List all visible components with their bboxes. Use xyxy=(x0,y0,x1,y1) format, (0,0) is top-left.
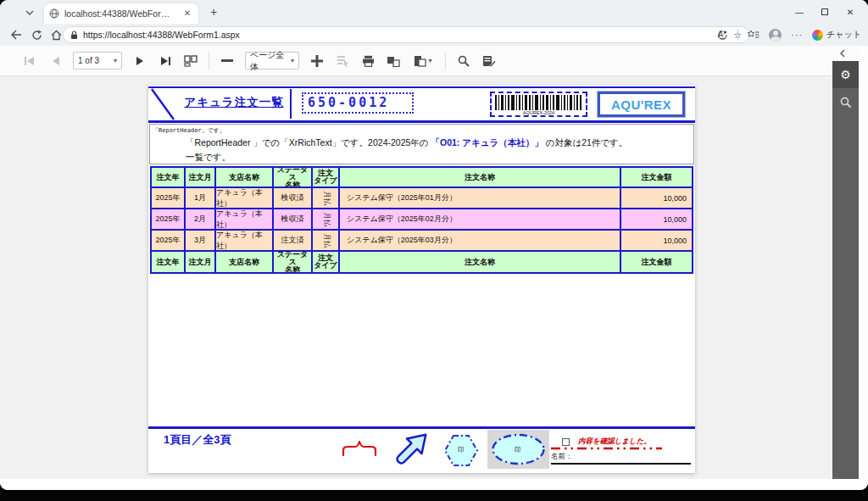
more-options-icon[interactable]: ··· xyxy=(791,30,803,40)
browser-actions: ··· チャット xyxy=(717,26,861,43)
richtext-highlight: 「O01: アキュラ（本社）」 xyxy=(431,137,543,148)
header-cell: 注文名称 xyxy=(340,168,621,186)
globe-icon xyxy=(49,8,59,19)
collections-icon[interactable] xyxy=(748,30,760,40)
cell-type: 月払 xyxy=(313,209,340,229)
next-page-icon[interactable] xyxy=(130,51,150,71)
new-tab-button[interactable]: + xyxy=(207,5,220,19)
richtext-line2: 「ReportHeader 」での「XrRichText」です。2024-202… xyxy=(186,137,627,149)
header-cell: 注文金額 xyxy=(621,168,692,186)
report-title: アキュラ注文一覧 xyxy=(175,95,292,110)
close-button[interactable]: ✕ xyxy=(837,3,863,20)
zoom-selector[interactable]: ページ全体▾ xyxy=(245,52,299,70)
header-cell: 注文月 xyxy=(186,252,216,272)
edit-document-icon[interactable] xyxy=(479,51,499,71)
header-cell: 注文月 xyxy=(186,168,216,186)
window-controls: — ✕ xyxy=(787,3,863,20)
cell-status: 注文済 xyxy=(274,231,313,250)
logo-text: AQU'REX xyxy=(611,97,671,112)
back-icon[interactable] xyxy=(8,27,24,42)
copilot-button[interactable]: チャット xyxy=(812,29,861,41)
cell-year: 2025年 xyxy=(152,209,186,229)
cell-name: システム保守（2025年01月分） xyxy=(340,188,621,208)
header-cell: 注文年 xyxy=(152,168,186,186)
arrow-shape xyxy=(392,430,431,469)
company-logo: AQU'REX xyxy=(598,92,685,117)
cell-year: 2025年 xyxy=(152,231,186,250)
richtext-line3: 一覧です。 xyxy=(186,152,231,164)
window-bottom xyxy=(0,479,868,490)
settings-tab[interactable]: ⚙ xyxy=(832,61,859,88)
cell-name: システム保守（2025年03月分） xyxy=(340,231,621,250)
first-page-icon[interactable] xyxy=(19,51,40,71)
page-scrollbar[interactable] xyxy=(859,46,868,479)
report-page: アキュラ注文一覧 650-0012 AQUREX-2024 AQU'REX 「R… xyxy=(148,85,695,473)
url-text: https://localhost:44388/WebForm1.aspx xyxy=(83,30,717,40)
search-icon[interactable] xyxy=(453,51,474,71)
profile-avatar[interactable] xyxy=(769,29,782,42)
highlight-fields-icon[interactable] xyxy=(332,51,353,71)
table-row: 2025年 2月 アキュラ（本社） 検収済 月払 システム保守（2025年02月… xyxy=(152,209,692,231)
tab-title: localhost:44388/WebForm1.aspx xyxy=(64,8,176,19)
footer-rule xyxy=(148,426,695,429)
zoom-in-icon[interactable] xyxy=(307,51,327,71)
cell-name: システム保守（2025年02月分） xyxy=(340,209,621,229)
cell-month: 3月 xyxy=(186,231,216,250)
tab-search-chevron-icon[interactable] xyxy=(22,6,37,19)
address-bar[interactable]: https://localhost:44388/WebForm1.aspx A)… xyxy=(63,26,749,43)
viewer-side-panel: ⚙ xyxy=(832,61,859,479)
cell-month: 2月 xyxy=(186,209,216,229)
confirm-text: 内容を確認しました。 xyxy=(578,437,651,447)
gear-icon: ⚙ xyxy=(840,68,851,81)
confirm-checkbox[interactable] xyxy=(562,438,570,446)
tab-close-icon[interactable]: ✕ xyxy=(181,8,193,19)
cell-status: 検収済 xyxy=(274,188,313,208)
richtext-block: 「ReportHeader」です。 「ReportHeader 」での「XrRi… xyxy=(149,124,694,164)
order-table: 注文年 注文月 支店名称 ステータス 名称 注文 タイプ 注文名称 注文金額 2… xyxy=(150,166,693,274)
export-dropdown-icon[interactable]: ▾ xyxy=(409,51,437,71)
print-icon[interactable] xyxy=(358,51,378,71)
copilot-icon xyxy=(812,30,823,41)
cell-month: 1月 xyxy=(186,188,216,208)
header-cell: 注文年 xyxy=(152,252,186,272)
minimize-button[interactable]: — xyxy=(787,3,812,20)
browser-tab[interactable]: localhost:44388/WebForm1.aspx ✕ xyxy=(44,3,198,24)
cell-status: 検収済 xyxy=(274,209,313,229)
home-icon[interactable] xyxy=(48,27,64,42)
diagonal-line xyxy=(151,88,175,120)
print-page-icon[interactable] xyxy=(383,51,403,71)
lock-icon xyxy=(70,31,78,40)
table-row: 2025年 1月 アキュラ（本社） 検収済 月払 システム保守（2025年01月… xyxy=(152,188,692,209)
header-cell: 注文名称 xyxy=(340,252,621,272)
name-underline xyxy=(551,463,691,465)
header-cell: 支店名称 xyxy=(216,168,274,186)
cell-amount: 10,000 xyxy=(621,188,692,208)
header-divider xyxy=(290,89,292,119)
cell-branch: アキュラ（本社） xyxy=(216,231,274,250)
table-header-row: 注文年 注文月 支店名称 ステータス 名称 注文 タイプ 注文名称 注文金額 xyxy=(152,168,692,188)
previous-page-icon[interactable] xyxy=(45,51,65,71)
maximize-button[interactable] xyxy=(812,3,837,20)
tab-strip: localhost:44388/WebForm1.aspx ✕ + — ✕ xyxy=(0,0,868,24)
multipage-view-icon[interactable] xyxy=(181,51,201,71)
navigation-bar: https://localhost:44388/WebForm1.aspx A)… xyxy=(0,24,868,46)
zoom-out-icon[interactable] xyxy=(217,51,237,71)
table-row: 2025年 3月 アキュラ（本社） 注文済 月払 システム保守（2025年03月… xyxy=(152,231,692,252)
barcode-label: AQUREX-2024 xyxy=(492,110,586,115)
viewer-area: アキュラ注文一覧 650-0012 AQUREX-2024 AQU'REX 「R… xyxy=(0,76,859,479)
cell-type: 月払 xyxy=(313,188,340,208)
extensions-icon[interactable] xyxy=(717,30,728,41)
header-cell: 注文金額 xyxy=(621,252,692,272)
refresh-icon[interactable] xyxy=(29,27,44,42)
richtext-line1: 「ReportHeader」です。 xyxy=(153,126,225,135)
cell-year: 2025年 xyxy=(152,188,186,208)
cell-type: 月払 xyxy=(313,231,340,250)
page-selector[interactable]: 1 of 3▾ xyxy=(73,52,122,70)
cell-amount: 10,000 xyxy=(621,209,692,229)
panel-collapse-icon[interactable] xyxy=(839,49,846,58)
hexagon-stamp-text: 印 xyxy=(458,446,465,454)
page-number-label: 1頁目／全3頁 xyxy=(164,432,231,448)
search-tab[interactable] xyxy=(832,88,859,115)
header-cell: ステータス 名称 xyxy=(274,252,313,272)
last-page-icon[interactable] xyxy=(155,51,175,71)
